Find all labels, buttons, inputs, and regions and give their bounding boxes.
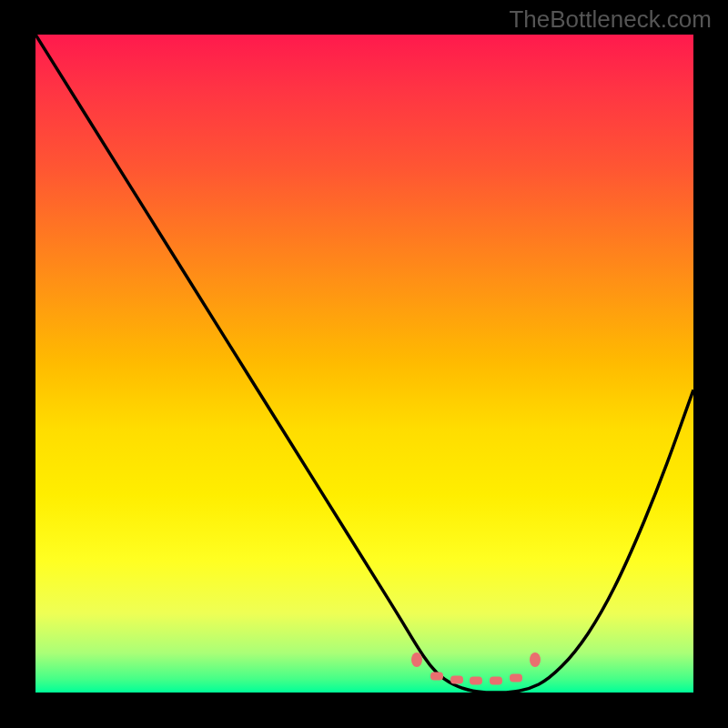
chart-plot-area: [35, 35, 693, 693]
optimal-marker-dash: [510, 674, 522, 682]
optimal-marker-dash: [430, 672, 443, 680]
optimal-range-markers: [35, 35, 693, 693]
optimal-marker-dash: [470, 676, 482, 684]
optimal-marker-dash: [490, 676, 502, 684]
optimal-marker-right: [530, 652, 541, 667]
optimal-marker-left: [411, 652, 422, 667]
watermark-text: TheBottleneck.com: [509, 5, 712, 34]
optimal-marker-dash: [450, 675, 463, 683]
